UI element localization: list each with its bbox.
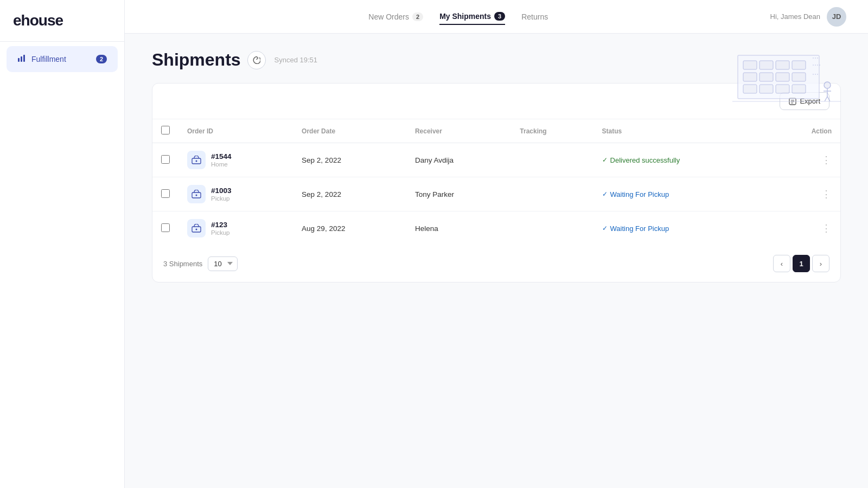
header-order-id: Order ID	[178, 119, 293, 143]
bar-chart-icon	[17, 54, 26, 65]
total-shipments-label: 3 Shipments	[163, 260, 202, 268]
pagination-controls: ‹ 1 ›	[773, 255, 829, 272]
row-tracking	[511, 177, 593, 211]
nav-new-orders-label: New Orders	[368, 12, 409, 21]
svg-rect-12	[743, 85, 757, 93]
check-icon: ✓	[602, 224, 608, 232]
order-sub-text: Pickup	[211, 195, 232, 202]
svg-rect-2	[23, 55, 25, 62]
row-order-id: #123 Pickup	[178, 211, 293, 246]
page-title: Shipments	[152, 50, 241, 70]
nav-returns-label: Returns	[521, 12, 548, 21]
svg-point-30	[196, 160, 197, 162]
sidebar-divider	[0, 41, 124, 42]
svg-line-22	[825, 97, 827, 101]
row-status: ✓ Delivered successfully	[593, 143, 770, 177]
row-status: ✓ Waiting For Pickup	[593, 177, 770, 211]
page-header: Shipments Synced 19:51	[152, 50, 841, 70]
prev-page-button[interactable]: ‹	[773, 255, 790, 272]
svg-rect-0	[18, 58, 20, 62]
svg-point-32	[196, 195, 197, 196]
action-dots-button[interactable]: ⋮	[821, 189, 832, 200]
row-order-id: #1544 Home	[178, 143, 293, 177]
row-checkbox-cell	[152, 211, 178, 246]
table-row: #123 Pickup Aug 29, 2022 Helena ✓ Waitin…	[152, 211, 840, 246]
avatar: JD	[827, 7, 846, 27]
header-order-date: Order Date	[293, 119, 406, 143]
order-sub-text: Pickup	[211, 229, 230, 236]
row-receiver: Dany Avdija	[406, 143, 511, 177]
main-area: New Orders 2 My Shipments 3 Returns Hi, …	[125, 0, 868, 488]
nav-my-shipments-label: My Shipments	[439, 12, 491, 21]
content-area: Shipments Synced 19:51	[125, 34, 868, 488]
row-order-date: Sep 2, 2022	[293, 177, 406, 211]
pagination-row: 3 Shipments 10 25 50 ‹ 1 ›	[152, 245, 840, 282]
page-size-select[interactable]: 10 25 50	[208, 256, 238, 271]
status-waiting: ✓ Waiting For Pickup	[602, 224, 762, 233]
order-type-icon	[187, 219, 206, 237]
status-waiting: ✓ Waiting For Pickup	[602, 190, 762, 198]
table-row: #1003 Pickup Sep 2, 2022 Tony Parker ✓ W…	[152, 177, 840, 211]
svg-rect-9	[760, 73, 773, 81]
row-tracking	[511, 143, 593, 177]
nav-returns[interactable]: Returns	[521, 9, 548, 24]
topnav: New Orders 2 My Shipments 3 Returns Hi, …	[125, 0, 868, 34]
sync-text: Synced 19:51	[275, 56, 318, 64]
pagination-left: 3 Shipments 10 25 50	[163, 256, 238, 271]
action-dots-button[interactable]: ⋮	[821, 223, 832, 234]
warehouse-illustration	[732, 44, 841, 104]
header-action: Action	[770, 119, 840, 143]
row-action[interactable]: ⋮	[770, 143, 840, 177]
sidebar: ehouse Fulfillment 2	[0, 0, 125, 488]
order-id-text: #1544	[211, 152, 232, 160]
order-id-text: #1003	[211, 187, 232, 195]
svg-rect-5	[760, 61, 773, 69]
row-receiver: Tony Parker	[406, 177, 511, 211]
row-checkbox-2[interactable]	[161, 223, 170, 232]
table-header-row: Order ID Order Date Receiver Tracking St…	[152, 119, 840, 143]
order-sub-text: Home	[211, 161, 232, 168]
order-type-icon	[187, 151, 206, 169]
svg-rect-1	[21, 56, 22, 62]
select-all-checkbox[interactable]	[161, 126, 170, 134]
header-status: Status	[593, 119, 770, 143]
check-icon: ✓	[602, 156, 608, 164]
row-action[interactable]: ⋮	[770, 177, 840, 211]
nav-new-orders[interactable]: New Orders 2	[368, 9, 423, 24]
header-tracking: Tracking	[511, 119, 593, 143]
svg-rect-4	[743, 61, 757, 69]
row-action[interactable]: ⋮	[770, 211, 840, 246]
svg-rect-8	[743, 73, 757, 81]
page-1-button[interactable]: 1	[793, 255, 810, 272]
row-checkbox-cell	[152, 177, 178, 211]
greeting-text: Hi, James Dean	[770, 12, 820, 21]
svg-rect-6	[776, 61, 789, 69]
row-status: ✓ Waiting For Pickup	[593, 211, 770, 246]
row-checkbox-0[interactable]	[161, 155, 170, 164]
nav-new-orders-badge: 2	[412, 12, 423, 21]
row-order-date: Sep 2, 2022	[293, 143, 406, 177]
svg-rect-10	[776, 73, 789, 81]
nav-my-shipments[interactable]: My Shipments 3	[439, 9, 505, 25]
next-page-button[interactable]: ›	[812, 255, 829, 272]
svg-rect-13	[760, 85, 773, 93]
sidebar-item-label: Fulfillment	[31, 55, 66, 63]
svg-rect-11	[792, 73, 806, 81]
header-checkbox-cell	[152, 119, 178, 143]
svg-point-19	[824, 82, 831, 88]
header-receiver: Receiver	[406, 119, 511, 143]
nav-my-shipments-badge: 3	[494, 12, 505, 21]
row-order-id: #1003 Pickup	[178, 177, 293, 211]
shipments-table: Order ID Order Date Receiver Tracking St…	[152, 119, 840, 245]
row-receiver: Helena	[406, 211, 511, 246]
refresh-button[interactable]	[247, 51, 266, 69]
row-checkbox-cell	[152, 143, 178, 177]
row-checkbox-1[interactable]	[161, 189, 170, 198]
topnav-right: Hi, James Dean JD	[770, 7, 846, 27]
svg-line-23	[827, 97, 830, 101]
sidebar-item-fulfillment[interactable]: Fulfillment 2	[7, 46, 118, 72]
svg-point-34	[196, 229, 197, 230]
table-container: Export Order ID Order Date Receiver Trac…	[152, 83, 841, 282]
action-dots-button[interactable]: ⋮	[821, 155, 832, 165]
sidebar-badge: 2	[96, 55, 107, 63]
